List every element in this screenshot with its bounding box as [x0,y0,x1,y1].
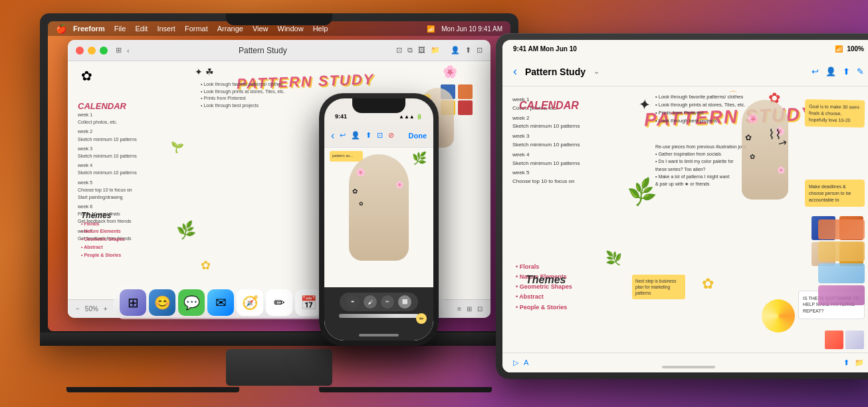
share-icon[interactable]: 👤 [451,46,460,55]
menubar-edit[interactable]: Edit [135,25,148,33]
iphone-drawing-tools: ✒ 🖌 ✏ ⬜ [340,293,418,311]
ipad-calendar-title: CALENDAR [519,100,579,112]
macbook-frame: 🍎 Freeform File Edit Insert Format Arran… [40,13,518,339]
menubar-insert[interactable]: Insert [157,25,175,33]
layout-icon-2[interactable]: ⊞ [467,305,472,313]
iphone-status-right: ▲▲▲ 🔋 [399,114,423,121]
menubar-help[interactable]: Help [313,25,328,33]
iphone-tool-pencil[interactable]: ✏ [381,295,394,309]
iphone-active-tool[interactable]: ✏ [416,313,427,324]
iphone-notch [352,98,405,113]
iphone-bottombar: ✒ 🖌 ✏ ⬜ ✏ [324,287,433,340]
ipad-home-indicator [662,366,715,368]
folder-icon[interactable]: 📁 [431,46,440,55]
ipad-color-patches-2 [825,331,865,349]
iphone-tool-icon-1[interactable]: ↩ [340,131,346,140]
ipad-wifi-icon: 📶 [835,45,843,53]
window-toolbar-icons: ⊡ ⧉ 🖼 📁 👤 ⬆ ⊡ [396,46,483,55]
dock-icon-safari[interactable]: 🧭 [237,289,263,316]
layout-icon-1[interactable]: ≡ [457,305,461,313]
close-button[interactable] [76,47,84,55]
ipad: 9:41 AM Mon Jun 10 📶 100% ‹ Pattern Stud… [496,33,868,379]
iphone-tool-icon-3[interactable]: ⬆ [366,131,372,140]
minimize-button[interactable] [88,47,96,55]
fit-icon[interactable]: ⊡ [477,305,483,313]
iphone-tool-eraser[interactable]: ⬜ [398,295,411,309]
iphone-tool-brush[interactable]: 🖌 [364,295,377,309]
ipad-bottom-icon-1[interactable]: ▷ [513,358,518,367]
ipad-watercolor-swatches [818,219,865,305]
iphone: 9:41 ▲▲▲ 🔋 ‹ ↩ 👤 ⬆ ⊡ ⊘ Done pattern ac..… [319,93,439,346]
menubar-view[interactable]: View [253,25,269,33]
deco-branch: ✦ ☘ [195,67,214,77]
view-icon[interactable]: ⊡ [396,46,402,55]
ipad-bottom-icon-3[interactable]: ⬆ [843,358,849,367]
menubar-file[interactable]: File [114,25,126,33]
menubar-freeform[interactable]: Freeform [73,25,105,33]
iphone-time: 9:41 [335,113,347,121]
iphone-frame: 9:41 ▲▲▲ 🔋 ‹ ↩ 👤 ⬆ ⊡ ⊘ Done pattern ac..… [319,93,439,346]
zoom-level: 50% [85,305,98,313]
image-icon[interactable]: 🖼 [418,46,425,55]
iphone-home-indicator [359,334,399,337]
dock-icon-finder[interactable]: 😊 [149,289,175,316]
ipad-bottom-icon-4[interactable]: 📁 [855,358,864,367]
traffic-lights [76,47,108,55]
more-icon[interactable]: ⊡ [477,46,483,55]
ipad-themes-title: Themes [526,274,566,286]
maximize-button[interactable] [100,47,108,55]
zoom-plus[interactable]: + [104,305,108,313]
menubar-format[interactable]: Format [185,25,208,33]
ipad-sticky-note-1: Goal is to make 30 semi-finals & choose,… [805,99,865,128]
macbook-screen: 🍎 Freeform File Edit Insert Format Arran… [48,21,510,331]
ipad-deco-branch-top: ⌒ [728,90,738,102]
ipad-calendar-section: CALENDAR week 1 Collect photos, etc. wee… [512,93,580,186]
ipad-deco-yellow-flower: ✿ [702,275,714,293]
export-icon[interactable]: ⬆ [465,46,471,55]
zoom-minus[interactable]: − [76,305,80,313]
ipad-title-chevron[interactable]: ⌄ [594,67,599,76]
iphone-canvas[interactable]: pattern ac... 🌸 ✿ 🌸 ✿ 🌿 [324,148,433,287]
ipad-back-button[interactable]: ‹ [513,65,517,78]
ipad-bottombar: ▷ A ⬆ 📁 [502,352,868,372]
menubar-window[interactable]: Window [278,25,304,33]
dock-icon-messages[interactable]: 💬 [178,289,205,316]
themes-title-mac: Themes [81,211,167,220]
dock-icon-calendar[interactable]: 📅 [295,289,322,316]
themes-section-mac: Themes • Florals • Nature Elements • Geo… [81,211,167,259]
dock-icon-launchpad[interactable]: ⊞ [120,289,146,316]
window-title: Pattern Study [130,46,396,55]
ipad-deco-branch-middle: ⌇⌇ [768,126,782,142]
copy-icon[interactable]: ⧉ [407,46,413,55]
dock-icon-mail[interactable]: ✉ [207,289,234,316]
ipad-more-icon[interactable]: ✎ [857,67,864,76]
ipad-canvas[interactable]: PATTERN STUDY CALENDAR week 1 Collect ph… [502,86,868,352]
ipad-bottom-icon-2[interactable]: A [524,358,528,367]
iphone-brush-slider[interactable] [339,314,419,318]
menubar-items: Freeform File Edit Insert Format Arrange… [73,25,328,33]
ipad-statusbar: 9:41 AM Mon Jun 10 📶 100% [502,40,868,57]
iphone-tool-icon-5[interactable]: ⊘ [388,131,394,140]
ipad-bottom-right-icons: ⬆ 📁 [843,358,864,367]
iphone-tool-pen[interactable]: ✒ [346,295,360,309]
deco-red-plant-mac: 🌿 [175,220,197,241]
dock-icon-freeform[interactable]: ✏ [266,289,292,316]
ipad-sticky-themes: Next step is business plan for marketing… [632,275,685,299]
notes-text-mac: • Look through favorite patterns/ clothe… [201,81,307,109]
ipad-bottom-left-icons: ▷ A [513,358,528,367]
iphone-tool-icon-2[interactable]: 👤 [351,131,360,140]
ipad-frame: 9:41 AM Mon Jun 10 📶 100% ‹ Pattern Stud… [496,33,868,379]
ipad-share-icon[interactable]: ⬆ [843,67,850,76]
iphone-deco-plant: 🌿 [412,151,427,166]
ipad-collaborators-icon[interactable]: 👤 [825,67,836,76]
ipad-screen: 9:41 AM Mon Jun 10 📶 100% ‹ Pattern Stud… [502,40,868,372]
iphone-back-button[interactable]: ‹ [331,130,334,142]
ipad-undo-icon[interactable]: ↩ [812,67,819,76]
iphone-done-button[interactable]: Done [409,132,427,140]
iphone-sticky-note: pattern ac... [330,151,363,162]
ipad-deco-red-plant-2: 🌿 [605,250,622,266]
iphone-tool-icon-4[interactable]: ⊡ [377,131,383,140]
ipad-time: 9:41 AM Mon Jun 10 [513,45,577,53]
sidebar-toggle-icon[interactable]: ⊞ [116,46,122,55]
menubar-arrange[interactable]: Arrange [217,25,243,33]
